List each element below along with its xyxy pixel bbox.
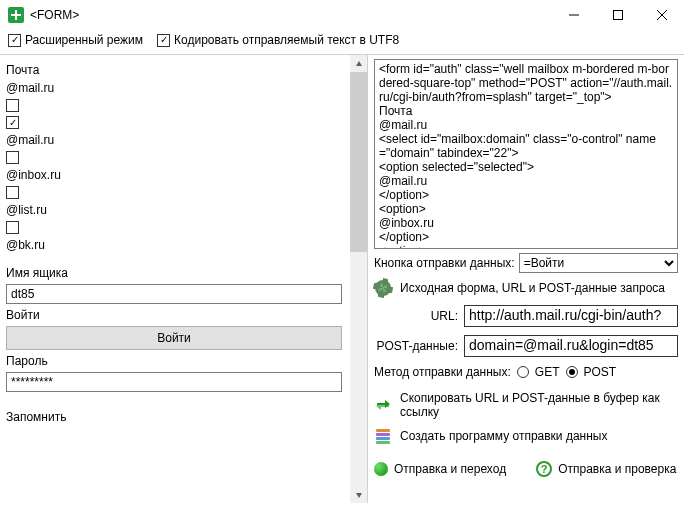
left-scrollbar[interactable]	[350, 55, 367, 503]
svg-marker-5	[356, 493, 362, 498]
domain-check-2[interactable]	[6, 116, 19, 129]
maximize-button[interactable]	[596, 0, 640, 30]
domain-label: @mail.ru	[6, 81, 344, 95]
password-label: Пароль	[6, 354, 344, 368]
minimize-button[interactable]	[552, 0, 596, 30]
extended-mode-check[interactable]: Расширенный режим	[8, 33, 143, 47]
copy-link-action[interactable]: Скопировать URL и POST-данные в буфер ка…	[374, 391, 678, 419]
mail-header: Почта	[6, 63, 344, 77]
close-button[interactable]	[640, 0, 684, 30]
url-value[interactable]: http://auth.mail.ru/cgi-bin/auth?	[464, 305, 678, 327]
svg-rect-1	[614, 11, 623, 20]
scroll-up-icon[interactable]	[350, 55, 367, 72]
link-arrows-icon	[374, 396, 392, 414]
question-icon: ?	[536, 461, 552, 477]
login-button[interactable]: Войти	[6, 326, 342, 350]
window-title: <FORM>	[30, 8, 552, 22]
utf8-encode-check[interactable]: Кодировать отправляемый текст в UTF8	[157, 33, 399, 47]
login-label: Имя ящика	[6, 266, 344, 280]
submit-button-label: Кнопка отправки данных:	[374, 256, 515, 270]
checkbox-icon	[157, 34, 170, 47]
send-and-go[interactable]: Отправка и переход	[374, 462, 506, 476]
post-value[interactable]: domain=@mail.ru&login=dt85	[464, 335, 678, 357]
post-label: POST-данные:	[374, 339, 458, 353]
app-icon	[8, 7, 24, 23]
method-post-radio[interactable]	[566, 366, 578, 378]
domain-label: @mail.ru	[6, 133, 344, 147]
url-label: URL:	[374, 309, 458, 323]
html-source-view[interactable]: <form id="auth" class="well mailbox m-bo…	[374, 59, 678, 249]
login-input[interactable]	[6, 284, 342, 304]
domain-check-3[interactable]	[6, 151, 19, 164]
create-program-action[interactable]: Создать программу отправки данных	[374, 427, 678, 445]
left-panel: Почта @mail.ru @mail.ru @inbox.ru @list.…	[0, 55, 368, 503]
gear-icon	[374, 279, 392, 297]
scroll-down-icon[interactable]	[350, 486, 367, 503]
send-and-check[interactable]: ? Отправка и проверка	[536, 461, 676, 477]
source-caption: Исходная форма, URL и POST-данные запрос…	[400, 281, 665, 295]
domain-check-4[interactable]	[6, 186, 19, 199]
password-input[interactable]	[6, 372, 342, 392]
method-get-radio[interactable]	[517, 366, 529, 378]
checkbox-icon	[8, 34, 21, 47]
scroll-thumb[interactable]	[350, 72, 367, 252]
domain-label: @inbox.ru	[6, 168, 344, 182]
remember-label: Запомнить	[6, 410, 344, 424]
options-bar: Расширенный режим Кодировать отправляемы…	[0, 30, 684, 54]
right-panel: <form id="auth" class="well mailbox m-bo…	[368, 55, 684, 503]
domain-check-1[interactable]	[6, 99, 19, 112]
submit-button-select[interactable]: =Войти	[519, 253, 678, 273]
domain-label: @list.ru	[6, 203, 344, 217]
enter-label: Войти	[6, 308, 344, 322]
titlebar: <FORM>	[0, 0, 684, 30]
method-label: Метод отправки данных:	[374, 365, 511, 379]
svg-marker-4	[356, 61, 362, 66]
stack-icon	[374, 427, 392, 445]
green-dot-icon	[374, 462, 388, 476]
domain-label: @bk.ru	[6, 238, 344, 252]
domain-check-5[interactable]	[6, 221, 19, 234]
